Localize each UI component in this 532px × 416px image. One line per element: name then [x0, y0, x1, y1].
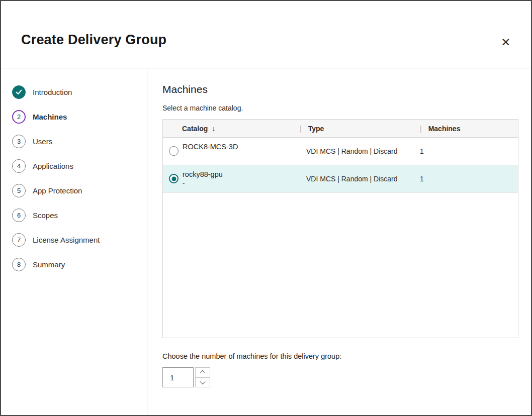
- step-scopes[interactable]: 6 Scopes: [1, 203, 147, 228]
- catalog-header-label: Catalog: [182, 125, 208, 133]
- page-title: Machines: [162, 83, 519, 95]
- catalog-name-block: ROCK8-MCS-3D -: [183, 142, 238, 160]
- catalog-name: rocky88-gpu: [183, 170, 223, 179]
- radio-button-selected[interactable]: [169, 174, 179, 183]
- step-circle: 4: [12, 159, 26, 173]
- step-circle: 5: [12, 184, 26, 197]
- step-applications[interactable]: 4 Applications: [1, 154, 147, 178]
- chevron-down-icon: [200, 379, 205, 384]
- catalog-detail: -: [183, 179, 223, 188]
- chevron-up-icon: [200, 370, 205, 376]
- column-header-catalog[interactable]: Catalog ↓: [163, 125, 300, 133]
- step-circle: 8: [12, 258, 26, 271]
- machines-panel: Machines Select a machine catalog. Catal…: [147, 68, 531, 415]
- sort-descending-icon[interactable]: ↓: [212, 125, 215, 133]
- close-icon: ✕: [501, 36, 510, 49]
- column-separator: |: [300, 125, 302, 133]
- step-label: Applications: [33, 162, 73, 170]
- column-header-machines[interactable]: | Machines: [420, 125, 518, 133]
- step-app-protection[interactable]: 5 App Protection: [1, 178, 147, 203]
- step-circle-completed: [12, 85, 26, 99]
- catalog-cell: rocky88-gpu -: [163, 170, 300, 188]
- step-label: Users: [33, 137, 52, 146]
- step-circle-current: 2: [12, 110, 26, 124]
- type-header-label: Type: [308, 125, 324, 133]
- machines-cell: 1: [420, 147, 518, 155]
- step-introduction[interactable]: Introduction: [1, 80, 147, 105]
- step-machines[interactable]: 2 Machines: [1, 105, 147, 129]
- step-summary[interactable]: 8 Summary: [1, 252, 147, 277]
- machine-count-section: Choose the number of machines for this d…: [162, 352, 519, 387]
- table-header-row: Catalog ↓ | Type | Machines: [163, 120, 518, 138]
- dialog-header: Create Delivery Group ✕: [1, 1, 531, 68]
- step-license-assignment[interactable]: 7 License Assignment: [1, 228, 147, 252]
- step-label: Summary: [33, 260, 65, 269]
- column-separator: |: [420, 125, 422, 133]
- wizard-steps-sidebar: Introduction 2 Machines 3 Users 4 Applic…: [1, 68, 147, 415]
- catalog-name: ROCK8-MCS-3D: [183, 142, 238, 152]
- spinner-up-button[interactable]: [196, 368, 210, 378]
- radio-button-unselected[interactable]: [169, 146, 179, 156]
- create-delivery-group-dialog: Create Delivery Group ✕ Introduction 2 M…: [0, 0, 532, 416]
- type-cell: VDI MCS | Random | Discard: [300, 175, 420, 183]
- column-header-type[interactable]: | Type: [300, 125, 420, 133]
- step-users[interactable]: 3 Users: [1, 129, 147, 154]
- machine-count-input-group: [162, 367, 519, 387]
- dialog-title: Create Delivery Group: [21, 32, 166, 48]
- catalog-name-block: rocky88-gpu -: [183, 170, 223, 188]
- machines-header-label: Machines: [428, 125, 461, 133]
- step-label: Introduction: [33, 88, 72, 96]
- machines-cell: 1: [420, 175, 518, 183]
- machine-count-input[interactable]: [162, 367, 194, 387]
- spinner-down-button[interactable]: [196, 378, 210, 387]
- machine-catalog-table: Catalog ↓ | Type | Machines: [162, 119, 518, 338]
- step-label: App Protection: [33, 186, 82, 195]
- step-circle: 6: [12, 209, 26, 222]
- step-circle: 7: [12, 233, 26, 247]
- type-cell: VDI MCS | Random | Discard: [300, 147, 420, 155]
- catalog-detail: -: [183, 152, 238, 160]
- catalog-cell: ROCK8-MCS-3D -: [163, 142, 300, 160]
- step-label: Machines: [33, 113, 67, 121]
- close-button[interactable]: ✕: [498, 34, 514, 50]
- instruction-text: Select a machine catalog.: [162, 104, 519, 112]
- table-row[interactable]: ROCK8-MCS-3D - VDI MCS | Random | Discar…: [163, 138, 518, 165]
- table-row[interactable]: rocky88-gpu - VDI MCS | Random | Discard…: [163, 165, 518, 193]
- dialog-body: Introduction 2 Machines 3 Users 4 Applic…: [1, 68, 531, 415]
- step-label: Scopes: [33, 211, 58, 220]
- check-icon: [16, 89, 22, 95]
- step-label: License Assignment: [33, 236, 100, 244]
- quantity-stepper: [195, 367, 210, 387]
- step-circle: 3: [12, 135, 26, 148]
- table-empty-area: [163, 193, 518, 338]
- machine-count-label: Choose the number of machines for this d…: [162, 352, 519, 360]
